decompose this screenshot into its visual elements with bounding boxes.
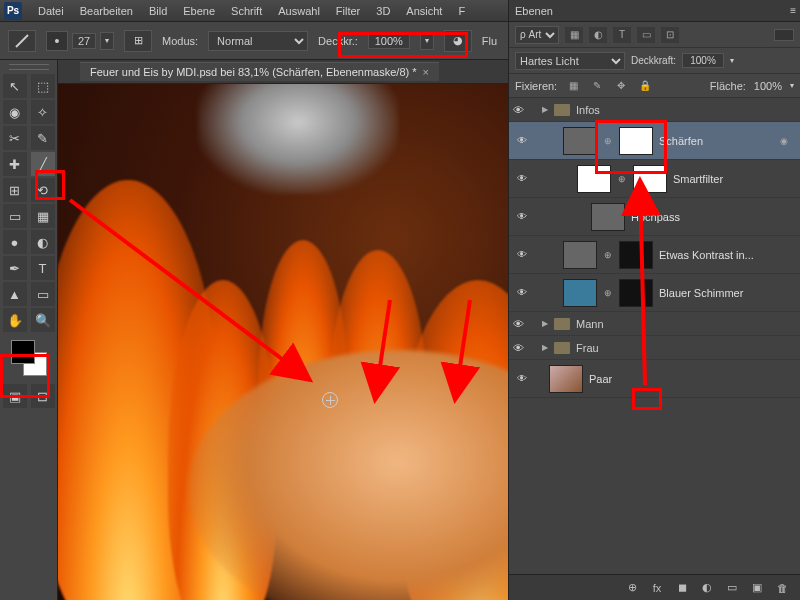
tool-shape[interactable]: ▭ [31,282,55,306]
tool-heal[interactable]: ✚ [3,152,27,176]
tool-eraser[interactable]: ▭ [3,204,27,228]
mask-thumb[interactable] [633,165,667,193]
visibility-icon[interactable]: 👁 [513,211,531,222]
lock-pos-icon[interactable]: ✥ [613,79,629,93]
quickmask-icon[interactable]: ▣ [3,384,27,408]
layer-thumb[interactable] [577,165,611,193]
new-group-icon[interactable]: ▭ [722,580,742,596]
layer-opacity-value[interactable]: 100% [682,53,724,68]
visibility-icon[interactable]: 👁 [513,249,531,260]
tool-marquee[interactable]: ⬚ [31,74,55,98]
link-layers-icon[interactable]: ⊕ [622,580,642,596]
brush-panel-toggle[interactable]: ⊞ [124,30,152,52]
document-tab[interactable]: Feuer und Eis by MDI.psd bei 83,1% (Schä… [80,62,439,81]
visibility-icon[interactable]: 👁 [513,104,524,116]
layer-row[interactable]: 👁 ⊕ Etwas Kontrast in... [509,236,800,274]
layer-kind-filter[interactable]: ρ Art [515,26,559,44]
menu-filter[interactable]: Filter [328,5,368,17]
layer-row[interactable]: 👁 Paar [509,360,800,398]
layers-panel-tab[interactable]: Ebenen ≡ [509,0,800,22]
layer-name[interactable]: Paar [589,373,796,385]
tool-brush[interactable]: ╱ [31,152,55,176]
visibility-icon[interactable]: 👁 [513,373,531,384]
layer-name[interactable]: Smartfilter [673,173,796,185]
tool-gradient[interactable]: ▦ [31,204,55,228]
menu-bild[interactable]: Bild [141,5,175,17]
fx-icon[interactable]: fx [647,580,667,596]
tool-hand[interactable]: ✋ [3,308,27,332]
menu-ansicht[interactable]: Ansicht [398,5,450,17]
disclosure-icon[interactable]: ▶ [542,343,548,352]
layer-name[interactable]: Hochpass [631,211,796,223]
tool-magic-wand[interactable]: ✧ [31,100,55,124]
layer-opacity-dd[interactable]: ▾ [730,56,734,65]
fill-value[interactable]: 100% [754,80,782,92]
layer-thumb[interactable] [549,365,583,393]
menu-schrift[interactable]: Schrift [223,5,270,17]
link-icon[interactable]: ⊕ [603,288,613,298]
menu-datei[interactable]: Datei [30,5,72,17]
layer-row[interactable]: 👁 ⊕ Smartfilter [509,160,800,198]
visibility-icon[interactable]: 👁 [513,135,531,146]
link-icon[interactable]: ⊕ [603,136,613,146]
layer-name[interactable]: Mann [576,318,604,330]
foreground-color[interactable] [11,340,35,364]
layer-row[interactable]: 👁 ▶ Infos [509,98,800,122]
layer-name[interactable]: Schärfen [659,135,774,147]
tool-move[interactable]: ↖ [3,74,27,98]
menu-3d[interactable]: 3D [368,5,398,17]
color-swatches[interactable] [11,340,47,376]
fx-badge[interactable]: ◉ [780,136,796,146]
toolbox-grip[interactable] [9,64,49,70]
tool-eyedropper[interactable]: ✎ [31,126,55,150]
tool-pen[interactable]: ✒ [3,256,27,280]
mask-thumb[interactable] [619,279,653,307]
layer-row[interactable]: 👁 ⊕ Schärfen ◉ [509,122,800,160]
fill-dd[interactable]: ▾ [790,81,794,90]
panel-menu-icon[interactable]: ≡ [790,5,796,16]
layer-row[interactable]: 👁 ▶ Mann [509,312,800,336]
link-icon[interactable]: ⊕ [603,250,613,260]
layer-list[interactable]: 👁 ▶ Infos👁 ⊕ Schärfen ◉👁 ⊕ Smartfilter 👁… [509,98,800,574]
menu-ebene[interactable]: Ebene [175,5,223,17]
filter-type-icon[interactable]: T [613,27,631,43]
active-tool-icon[interactable] [8,30,36,52]
layer-row[interactable]: 👁 Hochpass [509,198,800,236]
tool-crop[interactable]: ✂ [3,126,27,150]
new-adjust-icon[interactable]: ◐ [697,580,717,596]
layer-thumb[interactable] [563,241,597,269]
layer-thumb[interactable] [563,279,597,307]
tool-type[interactable]: T [31,256,55,280]
tool-dodge[interactable]: ◐ [31,230,55,254]
lock-trans-icon[interactable]: ▦ [565,79,581,93]
brush-preset[interactable]: • 27 ▾ [46,31,114,51]
visibility-icon[interactable]: 👁 [513,173,531,184]
filter-pixel-icon[interactable]: ▦ [565,27,583,43]
layer-row[interactable]: 👁 ▶ Frau [509,336,800,360]
layer-name[interactable]: Frau [576,342,599,354]
menu-fenster-trunc[interactable]: F [450,5,473,17]
filter-toggle[interactable] [774,29,794,41]
filter-smart-icon[interactable]: ⊡ [661,27,679,43]
layer-name[interactable]: Infos [576,104,600,116]
lock-pixel-icon[interactable]: ✎ [589,79,605,93]
close-icon[interactable]: × [423,66,429,78]
menu-bearbeiten[interactable]: Bearbeiten [72,5,141,17]
tool-path-select[interactable]: ▲ [3,282,27,306]
menu-auswahl[interactable]: Auswahl [270,5,328,17]
opacity-value[interactable]: 100% [368,33,410,49]
tool-zoom[interactable]: 🔍 [31,308,55,332]
filter-adjust-icon[interactable]: ◐ [589,27,607,43]
tool-history-brush[interactable]: ⟲ [31,178,55,202]
layer-row[interactable]: 👁 ⊕ Blauer Schimmer [509,274,800,312]
disclosure-icon[interactable]: ▶ [542,319,548,328]
layer-blend-mode[interactable]: Hartes Licht [515,52,625,70]
layer-thumb[interactable] [563,127,597,155]
add-mask-icon[interactable]: ◼ [672,580,692,596]
tool-lasso[interactable]: ◉ [3,100,27,124]
opacity-dropdown[interactable]: ▾ [420,32,434,50]
link-icon[interactable]: ⊕ [617,174,627,184]
filter-shape-icon[interactable]: ▭ [637,27,655,43]
mask-thumb[interactable] [619,127,653,155]
delete-layer-icon[interactable]: 🗑 [772,580,792,596]
